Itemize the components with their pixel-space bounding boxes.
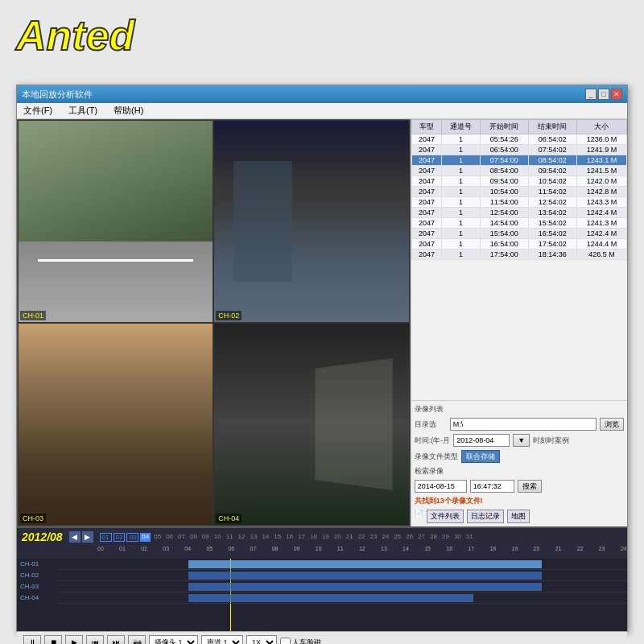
search-date-input[interactable]	[415, 480, 467, 493]
track-ch02-label: CH-02	[20, 572, 39, 579]
record-source-label: 录像列表	[415, 404, 447, 415]
cell-start: 07:54:00	[480, 155, 528, 166]
date-label: 时间:(年-月	[415, 436, 451, 446]
h17: 17	[468, 546, 474, 551]
cell-ch: 1	[442, 134, 480, 145]
cell-type: 2047	[411, 176, 442, 187]
cell-ch: 1	[442, 166, 480, 176]
track-ch03-label: CH-03	[20, 583, 39, 590]
cell-type: 2047	[411, 155, 442, 166]
record-type-button[interactable]: 联合存储	[461, 450, 500, 463]
cell-size: 1241.9 M	[576, 145, 626, 155]
h01: 01	[119, 546, 126, 551]
track-ch02: CH-02	[57, 570, 627, 581]
brand-label: Anted	[16, 11, 134, 60]
search-input-row: 搜索	[415, 480, 624, 493]
timeline-next-btn[interactable]: ▶	[82, 531, 93, 543]
track-ch03: CH-03	[57, 581, 627, 592]
menu-tools[interactable]: 工具(T)	[65, 105, 101, 117]
camera-view-2: CH-02	[213, 120, 409, 323]
cell-ch: 1	[442, 145, 480, 155]
day-08: 08	[188, 533, 199, 542]
table-row[interactable]: 2047 1 10:54:00 11:54:02 1242.8 M	[411, 187, 626, 197]
human-detect-checkbox[interactable]	[280, 638, 291, 645]
table-row[interactable]: 2047 1 16:54:00 17:54:02 1244.4 M	[411, 239, 626, 250]
cell-size: 426.5 M	[576, 250, 626, 260]
table-row[interactable]: 2047 1 11:54:00 12:54:02 1243.3 M	[411, 197, 626, 208]
stop-button[interactable]: ⏹	[44, 635, 62, 644]
close-button[interactable]: ✕	[611, 89, 622, 100]
h07: 07	[250, 546, 257, 551]
found-text-row: 共找到13个录像文件!	[415, 496, 624, 506]
timeline-prev-btn[interactable]: ◀	[69, 531, 80, 543]
table-row[interactable]: 2047 1 05:54:26 06:54:02 1236.0 M	[411, 134, 626, 145]
h04: 04	[184, 546, 191, 551]
search-time-input[interactable]	[470, 480, 514, 493]
camera-view-3: CH-03	[18, 323, 213, 526]
h08: 08	[272, 546, 279, 551]
pause-button[interactable]: ⏸	[23, 635, 41, 644]
col-ch: 通道号	[442, 120, 480, 134]
timeline-ruler: 00 01 02 03 04 05 06 07 08 09 10 11 12 1…	[17, 546, 627, 559]
h03: 03	[163, 546, 169, 551]
time-record-label: 时刻时案例	[533, 436, 569, 446]
cell-start: 09:54:00	[480, 176, 528, 187]
cam1-label: CH-01	[20, 311, 46, 320]
title-bar: 本地回放分析软件 _ □ ✕	[17, 85, 627, 103]
cell-type: 2047	[411, 239, 442, 250]
search-row: 检索录像	[415, 466, 624, 477]
cam2-label: CH-02	[216, 311, 242, 320]
next-button[interactable]: ⏭	[107, 635, 125, 644]
h05: 05	[206, 546, 213, 551]
table-row[interactable]: 2047 1 12:54:00 13:54:02 1242.4 M	[411, 208, 626, 218]
day-15: 15	[272, 533, 283, 542]
prev-button[interactable]: ⏮	[86, 635, 104, 644]
tab-log[interactable]: 日志记录	[467, 510, 504, 523]
table-row[interactable]: 2047 1 07:54:00 08:54:02 1243.1 M	[411, 155, 626, 166]
cell-ch: 1	[442, 187, 480, 197]
camera-select[interactable]: 摄像头 1 摄像头 2 摄像头 3 摄像头 4	[149, 635, 198, 644]
table-row[interactable]: 2047 1 14:54:00 15:54:02 1241.3 M	[411, 218, 626, 229]
day-31: 31	[464, 533, 475, 542]
tab-file-list[interactable]: 文件列表	[427, 510, 464, 523]
table-row[interactable]: 2047 1 08:54:00 09:54:02 1241.5 M	[411, 166, 626, 176]
h00: 00	[97, 546, 104, 551]
tab-map[interactable]: 地图	[507, 510, 530, 523]
cell-end: 06:54:02	[528, 134, 576, 145]
cell-end: 10:54:02	[528, 176, 576, 187]
cell-ch: 1	[442, 229, 480, 239]
table-row[interactable]: 2047 1 06:54:00 07:54:02 1241.9 M	[411, 145, 626, 155]
target-input[interactable]	[450, 418, 597, 431]
table-row[interactable]: 2047 1 09:54:00 10:54:02 1242.0 M	[411, 176, 626, 187]
h18: 18	[489, 546, 496, 551]
track-area[interactable]: CH-01 CH-02 CH-03 CH-04	[17, 559, 627, 631]
day-06: 06	[164, 533, 175, 542]
cell-size: 1242.4 M	[576, 208, 626, 218]
day-25: 25	[392, 533, 402, 542]
channel-select[interactable]: 声道 1 声道 2	[201, 635, 243, 644]
human-detect-label: 人车脸磁	[280, 638, 321, 645]
cell-ch: 1	[442, 197, 480, 208]
minimize-button[interactable]: _	[585, 89, 597, 100]
speed-select[interactable]: 1X 2X 4X 8X	[246, 635, 277, 644]
browse-button[interactable]: 浏览	[600, 418, 624, 431]
track-block-ch04	[188, 594, 473, 602]
maximize-button[interactable]: □	[598, 89, 609, 100]
calendar-btn[interactable]: ▼	[513, 434, 530, 447]
date-input[interactable]	[453, 434, 510, 447]
cell-ch: 1	[442, 155, 480, 166]
h22: 22	[577, 546, 584, 551]
human-detect-text: 人车脸磁	[292, 638, 321, 645]
record-type-label: 录像文件类型	[415, 452, 458, 462]
cell-start: 15:54:00	[480, 229, 528, 239]
table-row[interactable]: 2047 1 15:54:00 16:54:02 1242.4 M	[411, 229, 626, 239]
menu-help[interactable]: 帮助(H)	[110, 105, 147, 117]
table-row[interactable]: 2047 1 17:54:00 18:14:36 426.5 M	[411, 250, 626, 260]
snapshot-button[interactable]: 📷	[128, 635, 146, 644]
day-22: 22	[357, 533, 367, 542]
day-28: 28	[428, 533, 439, 542]
play-button[interactable]: ▶	[65, 635, 83, 644]
search-button[interactable]: 搜索	[518, 480, 542, 493]
col-type: 车型	[411, 120, 442, 134]
menu-file[interactable]: 文件(F)	[20, 105, 56, 117]
